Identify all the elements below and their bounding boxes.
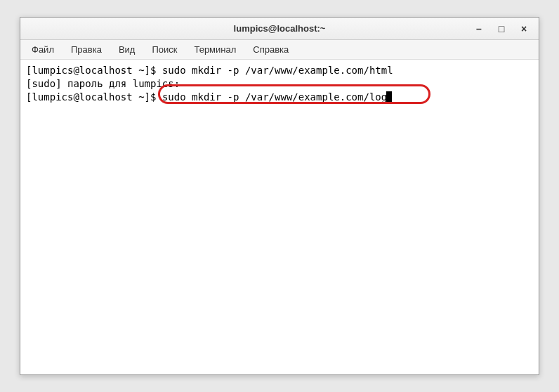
menu-search[interactable]: Поиск	[145, 42, 184, 57]
terminal-line-2: [sudo] пароль для lumpics:	[26, 77, 533, 91]
prompt-3: [lumpics@localhost ~]$	[26, 91, 162, 103]
menubar: Файл Правка Вид Поиск Терминал Справка	[20, 40, 539, 60]
menu-edit[interactable]: Правка	[64, 42, 109, 57]
command-3: sudo mkdir -p /var/www/example.com/log	[162, 91, 387, 103]
command-1: sudo mkdir -p /var/www/example.com/html	[162, 65, 393, 76]
terminal-line-3: [lumpics@localhost ~]$ sudo mkdir -p /va…	[26, 91, 392, 103]
maximize-button[interactable]: □	[496, 24, 506, 34]
terminal-line-1: [lumpics@localhost ~]$ sudo mkdir -p /va…	[26, 64, 533, 77]
titlebar: lumpics@localhost:~ – □ ×	[20, 18, 539, 40]
prompt-1: [lumpics@localhost ~]$	[26, 65, 162, 76]
menu-file[interactable]: Файл	[25, 42, 61, 57]
minimize-button[interactable]: –	[474, 24, 484, 34]
menu-view[interactable]: Вид	[112, 42, 143, 57]
terminal-window: lumpics@localhost:~ – □ × Файл Правка Ви…	[20, 17, 539, 375]
menu-terminal[interactable]: Терминал	[187, 42, 243, 57]
window-title: lumpics@localhost:~	[234, 23, 326, 34]
menu-help[interactable]: Справка	[246, 42, 296, 57]
window-controls: – □ ×	[474, 24, 533, 34]
close-button[interactable]: ×	[519, 24, 529, 34]
cursor-icon	[386, 91, 392, 103]
terminal-area[interactable]: [lumpics@localhost ~]$ sudo mkdir -p /va…	[20, 60, 539, 374]
